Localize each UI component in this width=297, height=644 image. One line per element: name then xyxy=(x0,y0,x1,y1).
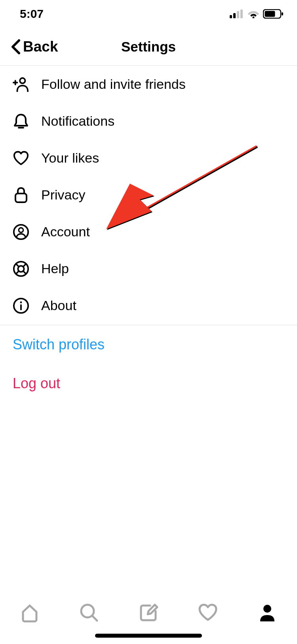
svg-point-17 xyxy=(263,605,271,613)
chevron-left-icon xyxy=(10,39,21,55)
settings-item-label: Account xyxy=(41,224,90,240)
settings-item-privacy[interactable]: Privacy xyxy=(0,176,297,213)
settings-item-follow-invite[interactable]: Follow and invite friends xyxy=(0,66,297,103)
status-indicators xyxy=(230,9,284,19)
action-list: Switch profiles Log out xyxy=(0,325,297,403)
settings-item-label: Notifications xyxy=(41,113,114,129)
nav-activity[interactable] xyxy=(197,603,219,624)
home-icon xyxy=(19,602,40,625)
lifebuoy-icon xyxy=(13,261,29,277)
settings-item-label: Privacy xyxy=(41,187,85,203)
back-button[interactable]: Back xyxy=(10,38,58,55)
svg-rect-2 xyxy=(237,11,239,18)
cellular-icon xyxy=(230,10,244,18)
back-label: Back xyxy=(23,38,58,55)
svg-rect-6 xyxy=(265,11,275,17)
settings-item-about[interactable]: About xyxy=(0,287,297,324)
settings-item-your-likes[interactable]: Your likes xyxy=(0,140,297,176)
heart-outline-icon xyxy=(197,603,219,624)
log-out-label: Log out xyxy=(13,375,60,392)
bell-icon xyxy=(13,113,29,130)
home-indicator xyxy=(95,634,202,638)
switch-profiles-button[interactable]: Switch profiles xyxy=(0,325,297,364)
compose-icon xyxy=(138,602,159,625)
navigation-header: Back Settings xyxy=(0,28,297,66)
search-icon xyxy=(79,602,99,625)
settings-list: Follow and invite friends Notifications … xyxy=(0,66,297,324)
svg-rect-7 xyxy=(282,12,283,15)
settings-item-label: About xyxy=(41,298,76,313)
svg-point-15 xyxy=(20,301,22,303)
settings-item-label: Your likes xyxy=(41,150,99,166)
svg-point-8 xyxy=(20,78,25,83)
profile-icon xyxy=(258,603,277,624)
nav-profile[interactable] xyxy=(257,603,278,624)
settings-item-notifications[interactable]: Notifications xyxy=(0,103,297,140)
svg-rect-1 xyxy=(233,13,236,18)
settings-item-help[interactable]: Help xyxy=(0,250,297,287)
svg-point-11 xyxy=(19,228,23,232)
heart-icon xyxy=(13,150,29,167)
battery-icon xyxy=(263,9,284,19)
svg-rect-9 xyxy=(15,194,27,202)
svg-rect-3 xyxy=(240,10,243,18)
settings-item-label: Help xyxy=(41,261,69,276)
nav-search[interactable] xyxy=(78,603,100,624)
log-out-button[interactable]: Log out xyxy=(0,364,297,403)
settings-item-account[interactable]: Account xyxy=(0,213,297,250)
svg-rect-0 xyxy=(230,15,232,18)
lock-icon xyxy=(13,187,29,203)
switch-profiles-label: Switch profiles xyxy=(13,336,105,353)
account-icon xyxy=(13,224,29,240)
info-icon xyxy=(13,297,29,314)
svg-point-4 xyxy=(253,17,255,19)
wifi-icon xyxy=(247,10,260,18)
nav-compose[interactable] xyxy=(138,603,159,624)
add-person-icon xyxy=(13,76,29,93)
status-bar: 5:07 xyxy=(0,0,297,28)
nav-home[interactable] xyxy=(19,603,40,624)
settings-item-label: Follow and invite friends xyxy=(41,77,186,92)
status-time: 5:07 xyxy=(20,7,44,21)
